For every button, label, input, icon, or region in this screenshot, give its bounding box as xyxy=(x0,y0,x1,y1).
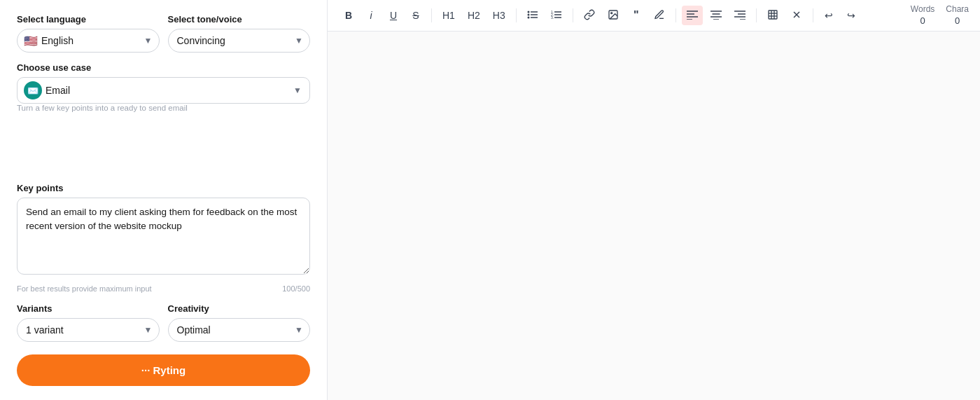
use-case-select-wrapper: ✉️ Email Blog Post Social Media Ad Copy … xyxy=(17,77,310,104)
h1-button[interactable]: H1 xyxy=(438,6,460,25)
use-case-label: Choose use case xyxy=(17,62,310,73)
align-left-icon xyxy=(687,10,698,22)
italic-label: i xyxy=(370,10,372,21)
align-center-button[interactable] xyxy=(706,6,727,25)
key-points-textarea[interactable]: Send an email to my client asking them f… xyxy=(17,198,310,275)
bold-button[interactable]: B xyxy=(339,6,358,25)
right-panel: B i U S H1 H2 H3 xyxy=(328,0,980,400)
variants-select[interactable]: 1 variant 2 variants 3 variants xyxy=(17,318,160,342)
language-tone-row: Select language 🇺🇸 English Spanish Frenc… xyxy=(17,14,310,53)
variants-creativity-row: Variants 1 variant 2 variants 3 variants… xyxy=(17,303,310,342)
underline-button[interactable]: U xyxy=(384,6,403,25)
undo-button[interactable]: ↩ xyxy=(819,6,839,25)
image-button[interactable] xyxy=(603,6,624,25)
pen-button[interactable] xyxy=(649,6,670,25)
underline-label: U xyxy=(390,10,397,21)
redo-icon: ↪ xyxy=(847,10,855,21)
tone-select[interactable]: Convincing Professional Friendly Casual xyxy=(168,29,311,53)
key-points-field: Key points Send an email to my client as… xyxy=(17,183,310,294)
language-select-wrapper: 🇺🇸 English Spanish French German ▼ xyxy=(17,29,160,53)
creativity-field: Creativity Optimal Low Medium High Maxim… xyxy=(168,303,311,342)
quote-icon: " xyxy=(634,10,639,21)
generate-button-label: ··· Ryting xyxy=(141,364,186,376)
use-case-hint: Turn a few key points into a ready to se… xyxy=(17,104,310,112)
align-right-button[interactable] xyxy=(729,6,750,25)
textarea-count: 100/500 xyxy=(282,284,310,293)
tone-select-wrapper: Convincing Professional Friendly Casual … xyxy=(168,29,311,53)
divider-2 xyxy=(516,8,517,22)
chars-count: 0 xyxy=(955,15,960,27)
strikethrough-button[interactable]: S xyxy=(406,6,426,25)
language-select[interactable]: English Spanish French German xyxy=(17,29,160,53)
tone-field: Select tone/voice Convincing Professiona… xyxy=(168,14,311,53)
language-label: Select language xyxy=(17,14,160,25)
left-panel: Select language 🇺🇸 English Spanish Frenc… xyxy=(0,0,328,400)
variants-field: Variants 1 variant 2 variants 3 variants… xyxy=(17,303,160,342)
words-stat: Words 0 xyxy=(911,4,934,27)
tone-label: Select tone/voice xyxy=(168,14,311,25)
svg-point-0 xyxy=(527,11,529,13)
chars-label: Chara xyxy=(946,4,969,15)
italic-button[interactable]: i xyxy=(361,6,381,25)
undo-icon: ↩ xyxy=(825,10,833,21)
creativity-select-wrapper: Optimal Low Medium High Maximum ▼ xyxy=(168,318,311,342)
image-icon xyxy=(608,9,619,22)
chars-stat: Chara 0 xyxy=(946,4,969,27)
editor-area[interactable] xyxy=(328,32,980,400)
textarea-footer: For best results provide maximum input 1… xyxy=(17,284,310,293)
numbered-list-icon: 1. 2. 3. xyxy=(551,10,562,22)
clear-format-button[interactable] xyxy=(786,6,807,25)
svg-text:3.: 3. xyxy=(551,15,554,20)
words-label: Words xyxy=(911,4,934,15)
divider-4 xyxy=(676,8,676,22)
textarea-hint: For best results provide maximum input xyxy=(17,284,152,293)
divider-3 xyxy=(573,8,573,22)
svg-point-2 xyxy=(527,13,529,15)
bold-label: B xyxy=(345,10,352,21)
align-right-icon xyxy=(734,10,746,22)
h3-button[interactable]: H3 xyxy=(488,6,510,25)
table-button[interactable] xyxy=(762,6,783,25)
svg-point-13 xyxy=(610,12,612,13)
use-case-select[interactable]: Email Blog Post Social Media Ad Copy xyxy=(17,77,310,104)
bullet-list-button[interactable] xyxy=(522,6,543,25)
use-case-field: Choose use case ✉️ Email Blog Post Socia… xyxy=(17,62,310,173)
divider-1 xyxy=(431,8,432,22)
table-icon xyxy=(767,9,778,22)
generate-button[interactable]: ··· Ryting xyxy=(17,354,310,386)
pen-icon xyxy=(654,9,665,22)
strike-label: S xyxy=(412,10,419,21)
key-points-wrapper: Send an email to my client asking them f… xyxy=(17,198,310,277)
svg-rect-26 xyxy=(769,11,777,19)
variants-label: Variants xyxy=(17,303,160,314)
creativity-select[interactable]: Optimal Low Medium High Maximum xyxy=(168,318,311,342)
svg-point-4 xyxy=(527,16,529,18)
creativity-label: Creativity xyxy=(168,303,311,314)
toolbar: B i U S H1 H2 H3 xyxy=(328,0,980,32)
redo-button[interactable]: ↪ xyxy=(841,6,861,25)
align-center-icon xyxy=(710,10,722,22)
words-count: 0 xyxy=(920,15,925,27)
divider-5 xyxy=(756,8,757,22)
align-left-button[interactable] xyxy=(682,6,703,25)
clear-format-icon xyxy=(791,9,802,22)
bullet-list-icon xyxy=(527,10,538,22)
quote-button[interactable]: " xyxy=(626,6,646,25)
variants-select-wrapper: 1 variant 2 variants 3 variants ▼ xyxy=(17,318,160,342)
h2-label: H2 xyxy=(468,10,480,21)
h2-button[interactable]: H2 xyxy=(463,6,485,25)
h1-label: H1 xyxy=(442,10,455,21)
toolbar-stats: Words 0 Chara 0 xyxy=(911,4,969,27)
language-field: Select language 🇺🇸 English Spanish Frenc… xyxy=(17,14,160,53)
numbered-list-button[interactable]: 1. 2. 3. xyxy=(546,6,567,25)
link-icon xyxy=(584,9,595,22)
divider-6 xyxy=(813,8,813,22)
link-button[interactable] xyxy=(579,6,600,25)
key-points-label: Key points xyxy=(17,183,310,193)
h3-label: H3 xyxy=(493,10,505,21)
